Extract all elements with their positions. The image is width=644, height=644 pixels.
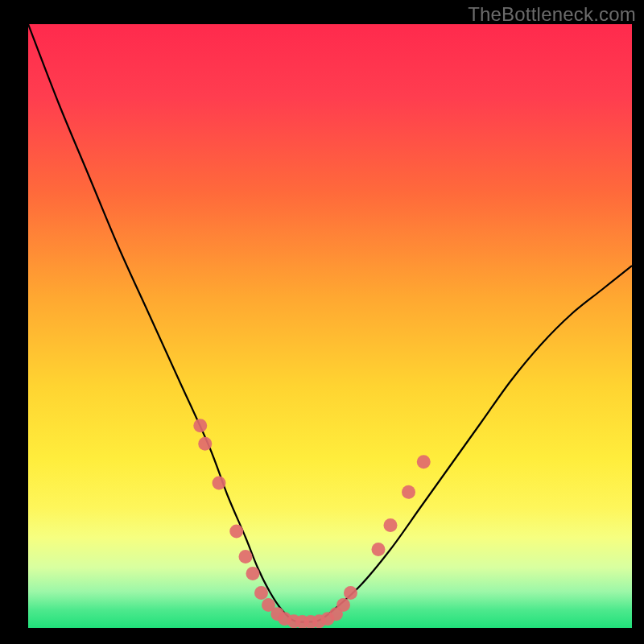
data-marker [239, 550, 253, 564]
curve-svg [28, 24, 632, 628]
data-marker [372, 543, 386, 556]
data-marker [213, 477, 226, 490]
data-marker [417, 455, 431, 469]
data-marker [193, 419, 207, 432]
data-marker [198, 437, 212, 451]
chart-container: TheBottleneck.com [0, 0, 644, 644]
data-marker [229, 525, 243, 539]
watermark-text: TheBottleneck.com [468, 3, 636, 26]
data-marker [336, 598, 350, 612]
data-marker [344, 586, 357, 600]
data-marker [254, 586, 268, 600]
data-marker [246, 567, 260, 580]
plot-area [28, 24, 632, 628]
marker-group [193, 419, 431, 628]
data-marker [402, 485, 415, 499]
data-marker [384, 518, 398, 532]
bottleneck-curve [28, 24, 632, 622]
